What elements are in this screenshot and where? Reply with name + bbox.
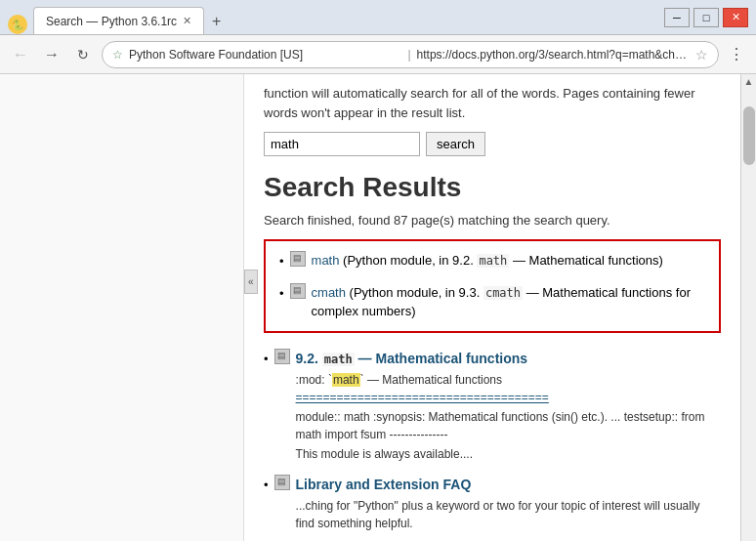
result-synopsis: module:: math :synopsis: Mathematical fu… bbox=[296, 408, 721, 443]
addressbar: ← → ↻ ☆ Python Software Foundation [US] … bbox=[0, 35, 756, 74]
active-tab[interactable]: Search — Python 3.6.1rc ✕ bbox=[33, 7, 204, 34]
search-results-heading: Search Results bbox=[264, 172, 721, 203]
list-item: • ▤ Library and Extension FAQ ...ching f… bbox=[264, 475, 721, 532]
list-item: • ▤ math (Python module, in 9.2. math — … bbox=[279, 251, 705, 271]
address-separator: | bbox=[407, 48, 410, 62]
maximize-button[interactable]: □ bbox=[693, 8, 719, 27]
math-module-link[interactable]: 9.2. math — Mathematical functions bbox=[296, 351, 528, 366]
content-wrapper: « function will automatically search for… bbox=[0, 74, 756, 541]
bullet-icon: • bbox=[279, 284, 284, 304]
main-content: « function will automatically search for… bbox=[244, 74, 740, 541]
search-button[interactable]: search bbox=[426, 132, 485, 156]
result-rest: — Mathematical functions) bbox=[513, 253, 663, 268]
bookmark-icon[interactable]: ☆ bbox=[695, 47, 708, 62]
scrollbar-thumb[interactable] bbox=[743, 106, 755, 165]
browser-window: 🐍 Search — Python 3.6.1rc ✕ + ─ □ ✕ ← → … bbox=[0, 0, 756, 541]
close-button[interactable]: ✕ bbox=[723, 8, 748, 27]
doc-icon: ▤ bbox=[290, 283, 306, 299]
result-desc: :mod: `math` — Mathematical functions bbox=[296, 371, 721, 389]
address-box[interactable]: ☆ Python Software Foundation [US] | http… bbox=[102, 41, 719, 68]
result-code: cmath bbox=[483, 286, 523, 300]
python-icon: 🐍 bbox=[8, 15, 27, 34]
forward-button[interactable]: → bbox=[39, 42, 64, 67]
search-form: search bbox=[264, 132, 721, 156]
result-content: 9.2. math — Mathematical functions :mod:… bbox=[296, 349, 721, 463]
doc-icon: ▤ bbox=[274, 349, 290, 364]
bullet-icon: • bbox=[264, 476, 269, 495]
math-link[interactable]: math bbox=[312, 253, 340, 268]
bullet-icon: • bbox=[279, 252, 284, 271]
security-label: Python Software Foundation [US] bbox=[129, 48, 401, 62]
result-divider: ===================================== bbox=[296, 389, 721, 406]
tab-title: Search — Python 3.6.1rc bbox=[46, 15, 177, 28]
search-input[interactable] bbox=[264, 132, 420, 156]
titlebar: 🐍 Search — Python 3.6.1rc ✕ + ─ □ ✕ bbox=[0, 0, 756, 35]
result-title-row: 9.2. math — Mathematical functions bbox=[296, 349, 721, 369]
tab-bar: 🐍 Search — Python 3.6.1rc ✕ + bbox=[8, 0, 229, 34]
scrollbar[interactable]: ▲ bbox=[740, 74, 756, 541]
window-controls: ─ □ ✕ bbox=[664, 8, 748, 27]
intro-text: function will automatically search for a… bbox=[264, 84, 721, 122]
result-faq-desc: ...ching for "Python" plus a keyword or … bbox=[296, 497, 721, 532]
list-item: • ▤ 9.2. math — Mathematical functions :… bbox=[264, 349, 721, 463]
results-summary: Search finished, found 87 page(s) matchi… bbox=[264, 213, 721, 228]
faq-link[interactable]: Library and Extension FAQ bbox=[296, 477, 472, 492]
results-box: • ▤ math (Python module, in 9.2. math — … bbox=[264, 239, 721, 333]
doc-icon: ▤ bbox=[290, 251, 306, 267]
highlight-math: math bbox=[332, 373, 360, 387]
reload-button[interactable]: ↻ bbox=[70, 42, 96, 67]
result-text: cmath (Python module, in 9.3. cmath — Ma… bbox=[312, 283, 705, 321]
cmath-link[interactable]: cmath bbox=[312, 285, 346, 300]
lock-icon: ☆ bbox=[112, 48, 123, 62]
result-title-row: Library and Extension FAQ bbox=[296, 475, 721, 495]
result-content: Library and Extension FAQ ...ching for "… bbox=[296, 475, 721, 532]
result-availability: This module is always available.... bbox=[296, 445, 721, 463]
new-tab-button[interactable]: + bbox=[204, 9, 229, 34]
list-item: • ▤ cmath (Python module, in 9.3. cmath … bbox=[279, 283, 705, 321]
result-suffix: (Python module, in 9.3. bbox=[350, 285, 483, 300]
bullet-icon: • bbox=[264, 350, 269, 369]
tab-close-button[interactable]: ✕ bbox=[183, 15, 191, 27]
minimize-button[interactable]: ─ bbox=[664, 8, 690, 27]
menu-button[interactable]: ⋮ bbox=[725, 41, 748, 67]
url-text: https://docs.python.org/3/search.html?q=… bbox=[417, 48, 690, 62]
sidebar bbox=[0, 74, 244, 541]
doc-icon: ▤ bbox=[274, 475, 290, 490]
result-code: math bbox=[322, 353, 355, 366]
result-suffix: (Python module, in 9.2. bbox=[343, 253, 477, 268]
result-text: math (Python module, in 9.2. math — Math… bbox=[312, 251, 663, 270]
result-code: math bbox=[477, 254, 509, 268]
collapse-button[interactable]: « bbox=[244, 270, 258, 294]
back-button[interactable]: ← bbox=[8, 42, 33, 67]
scroll-up-arrow[interactable]: ▲ bbox=[744, 76, 754, 87]
